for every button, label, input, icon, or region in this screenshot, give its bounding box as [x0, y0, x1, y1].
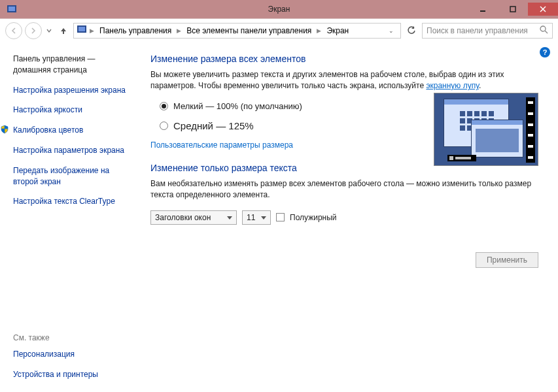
- svg-rect-5: [78, 27, 85, 31]
- window-controls: [468, 3, 558, 16]
- window: Экран ▶ Панель управления ▶ Все элементы…: [0, 0, 558, 392]
- chevron-right-icon: ▶: [175, 27, 183, 34]
- breadcrumb-icon: [77, 24, 87, 37]
- sidebar-item-display-settings[interactable]: Настройка параметров экрана: [13, 145, 135, 156]
- app-icon: [7, 4, 17, 14]
- svg-point-6: [540, 26, 546, 31]
- svg-rect-3: [510, 7, 515, 12]
- radio-label: Средний — 125%: [173, 120, 254, 131]
- sidebar-item-cleartype[interactable]: Настройка текста ClearType: [13, 196, 135, 207]
- preview-illustration: [434, 93, 538, 166]
- heading-resize-all: Изменение размера всех элементов: [150, 54, 538, 64]
- chevron-down-icon[interactable]: ⌄: [385, 27, 398, 34]
- svg-rect-2: [480, 10, 485, 12]
- forward-button[interactable]: [25, 22, 42, 39]
- text-size-controls: Заголовки окон 11 Полужирный: [150, 210, 538, 225]
- search-input[interactable]: Поиск в панели управления: [422, 23, 553, 39]
- sidebar-related-personalization[interactable]: Персонализация: [13, 349, 135, 360]
- magnifier-link[interactable]: экранную лупу: [426, 81, 479, 90]
- svg-rect-1: [9, 7, 15, 11]
- breadcrumb-item[interactable]: Панель управления: [97, 26, 174, 35]
- chevron-right-icon: ▶: [315, 27, 323, 34]
- bold-label: Полужирный: [290, 213, 337, 222]
- description-text-size: Вам необязательно изменять размер всех э…: [150, 178, 538, 201]
- radio-label: Мелкий — 100% (по умолчанию): [173, 101, 302, 111]
- search-icon: [540, 25, 548, 36]
- history-dropdown[interactable]: [44, 22, 54, 39]
- sidebar-item-color-calibration[interactable]: Калибровка цветов: [13, 125, 83, 136]
- radio-icon[interactable]: [160, 102, 168, 110]
- up-button[interactable]: [56, 24, 71, 38]
- chevron-right-icon: ▶: [88, 27, 96, 34]
- description: Вы можете увеличить размер текста и друг…: [150, 69, 538, 92]
- sidebar-home[interactable]: Панель управления — домашняя страница: [13, 54, 135, 76]
- bold-checkbox[interactable]: [276, 213, 285, 221]
- maximize-button[interactable]: [498, 3, 528, 16]
- minimize-button[interactable]: [468, 3, 498, 16]
- element-select[interactable]: Заголовки окон: [150, 210, 237, 225]
- breadcrumb-item[interactable]: Все элементы панели управления: [184, 26, 314, 35]
- sidebar-item-resolution[interactable]: Настройка разрешения экрана: [13, 85, 135, 96]
- size-select[interactable]: 11: [242, 210, 271, 225]
- search-placeholder: Поиск в панели управления: [427, 26, 528, 35]
- toolbar: ▶ Панель управления ▶ Все элементы панел…: [0, 18, 558, 42]
- back-button[interactable]: [5, 22, 22, 39]
- sidebar-item-brightness[interactable]: Настройка яркости: [13, 105, 135, 116]
- shield-icon: [0, 125, 9, 134]
- see-also-label: См. также: [13, 333, 135, 342]
- breadcrumb-item[interactable]: Экран: [324, 26, 351, 35]
- apply-button[interactable]: Применить: [476, 252, 538, 268]
- body: ? Панель управления — домашняя страница …: [0, 42, 558, 392]
- sidebar: Панель управления — домашняя страница На…: [0, 42, 144, 392]
- close-button[interactable]: [528, 3, 558, 16]
- titlebar[interactable]: Экран: [0, 0, 558, 18]
- window-title: Экран: [268, 5, 290, 14]
- refresh-button[interactable]: [404, 24, 419, 38]
- radio-icon[interactable]: [160, 122, 168, 130]
- sidebar-related-devices[interactable]: Устройства и принтеры: [13, 369, 135, 380]
- main: Изменение размера всех элементов Вы може…: [144, 42, 558, 392]
- sidebar-item-project[interactable]: Передать изображение на второй экран: [13, 165, 135, 188]
- breadcrumb[interactable]: ▶ Панель управления ▶ Все элементы панел…: [73, 23, 401, 39]
